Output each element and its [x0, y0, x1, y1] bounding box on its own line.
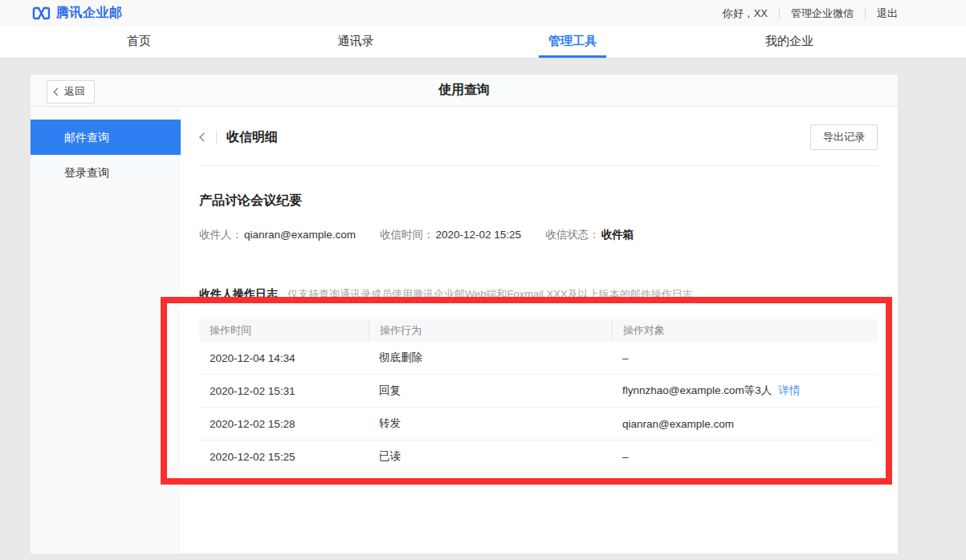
usage-query-panel: 返回 使用查询 邮件查询 登录查询 收信明细 导出记录 产品讨论会议纪要 收件人… — [31, 75, 898, 554]
operation-log-table: 操作时间 操作行为 操作对象 2020-12-04 14:34 彻底删除 – 2… — [199, 319, 878, 473]
meta-recipient: 收件人：qianran@example.com — [199, 228, 356, 242]
table-row: 2020-12-04 14:34 彻底删除 – — [199, 342, 878, 375]
logo-text: 腾讯企业邮 — [56, 5, 123, 22]
column-header-target: 操作对象 — [612, 319, 878, 342]
tab-admin-tools[interactable]: 管理工具 — [464, 26, 681, 58]
sidebar: 邮件查询 登录查询 — [31, 107, 181, 554]
table-row: 2020-12-02 15:28 转发 qianran@example.com — [199, 408, 878, 440]
tab-home[interactable]: 首页 — [31, 26, 247, 58]
export-records-button[interactable]: 导出记录 — [810, 124, 878, 150]
divider — [779, 8, 780, 18]
manage-wecom-link[interactable]: 管理企业微信 — [791, 6, 854, 21]
meta-receive-time: 收信时间：2020-12-02 15:25 — [380, 228, 521, 242]
chevron-left-icon — [199, 132, 208, 141]
table-row: 2020-12-02 15:25 已读 – — [199, 440, 878, 473]
divider — [216, 131, 217, 144]
page-title: 使用查询 — [438, 82, 490, 99]
table-row: 2020-12-02 15:31 回复 flynnzhao@example.co… — [199, 375, 878, 408]
mail-subject: 产品讨论会议纪要 — [199, 193, 878, 209]
sidebar-item-mail-query[interactable]: 邮件查询 — [31, 120, 181, 155]
exmail-logo[interactable]: 腾讯企业邮 — [32, 5, 123, 22]
tab-my-company[interactable]: 我的企业 — [681, 26, 898, 58]
detail-title: 收信明细 — [226, 129, 278, 146]
column-header-time: 操作时间 — [199, 319, 369, 342]
sidebar-item-login-query[interactable]: 登录查询 — [31, 155, 181, 190]
user-greeting: 你好，XX — [723, 6, 768, 21]
detail-header: 收信明细 导出记录 — [199, 107, 878, 166]
meta-receive-status: 收信状态：收件箱 — [545, 228, 634, 242]
back-button[interactable]: 返回 — [47, 80, 95, 103]
tab-contacts[interactable]: 通讯录 — [247, 26, 464, 58]
topbar: 腾讯企业邮 你好，XX 管理企业微信 退出 — [0, 0, 966, 26]
main-content: 收信明细 导出记录 产品讨论会议纪要 收件人：qianran@example.c… — [181, 107, 898, 554]
divider — [865, 8, 866, 18]
detail-link[interactable]: 详情 — [778, 383, 800, 398]
operation-log-header: 收件人操作日志 仅支持查询通讯录成员使用腾讯企业邮Web端和Foxmail XX… — [199, 287, 878, 302]
logout-link[interactable]: 退出 — [877, 6, 898, 21]
mail-meta: 收件人：qianran@example.com 收信时间：2020-12-02 … — [199, 228, 878, 242]
exmail-logo-icon — [32, 6, 51, 20]
column-header-action: 操作行为 — [369, 319, 612, 342]
table-header-row: 操作时间 操作行为 操作对象 — [199, 319, 878, 342]
operation-log-title: 收件人操作日志 — [199, 287, 278, 302]
chevron-left-icon — [54, 87, 62, 95]
operation-log-note: 仅支持查询通讯录成员使用腾讯企业邮Web端和Foxmail XXX及以上版本的邮… — [287, 287, 693, 302]
query-header: 返回 使用查询 — [31, 75, 898, 107]
main-nav: 首页 通讯录 管理工具 我的企业 — [0, 26, 966, 58]
detail-back-button[interactable] — [199, 132, 209, 142]
